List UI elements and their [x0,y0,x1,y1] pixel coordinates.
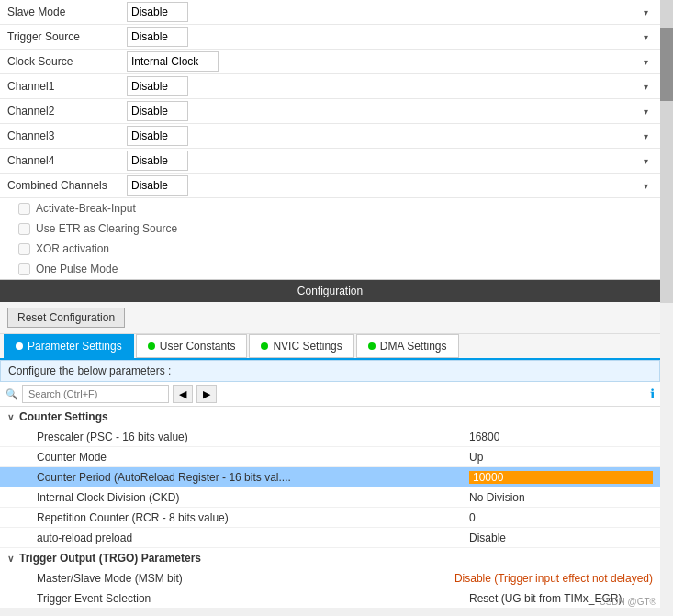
xor-row: XOR activation [0,239,660,259]
channel1-select[interactable]: Disable [127,76,188,96]
counter-settings-label: Counter Settings [19,410,108,423]
reset-configuration-button[interactable]: Reset Configuration [7,308,125,328]
slave-mode-select[interactable]: Disable [127,2,188,22]
tab-dot-user [148,342,155,350]
prescaler-value: 16800 [469,431,653,443]
counter-mode-row: Counter Mode Up [0,447,660,467]
activate-break-label: Activate-Break-Input [36,202,136,215]
scrollbar-handle[interactable] [660,28,673,101]
clock-division-value: No Division [469,491,653,504]
counter-period-name: Counter Period (AutoReload Register - 16… [37,471,469,484]
trigger-source-select[interactable]: Disable [127,27,188,47]
slave-mode-select-wrapper[interactable]: Disable [127,2,653,22]
prev-nav-button[interactable]: ◀ [173,385,193,403]
tab-dma-settings[interactable]: DMA Settings [356,334,459,358]
autoreload-name: auto-reload preload [37,532,469,544]
prescaler-row: Prescaler (PSC - 16 bits value) 16800 [0,427,660,447]
repetition-counter-value: 0 [469,511,653,524]
search-input[interactable] [22,385,169,403]
content-area: Slave Mode Disable Trigger Source Disabl… [0,0,660,609]
prescaler-name: Prescaler (PSC - 16 bits value) [37,431,469,443]
reset-btn-row: Reset Configuration [0,302,660,334]
channel3-select-wrapper[interactable]: Disable [127,126,653,146]
clock-source-select[interactable]: Internal Clock [127,51,219,72]
counter-period-row[interactable]: Counter Period (AutoReload Register - 16… [0,467,660,487]
repetition-counter-name: Repetition Counter (RCR - 8 bits value) [37,511,469,524]
master-slave-value: Disable (Trigger input effect not delaye… [454,572,653,585]
trigger-event-name: Trigger Event Selection [37,592,469,605]
info-icon[interactable]: ℹ [650,386,655,401]
tab-user-constants[interactable]: User Constants [136,334,248,358]
trigger-event-row: Trigger Event Selection Reset (UG bit fr… [0,588,660,609]
tab-nvic-settings[interactable]: NVIC Settings [249,334,353,358]
channel1-label: Channel1 [7,80,127,93]
scrollbar[interactable] [660,0,673,303]
use-etr-checkbox[interactable] [18,223,30,235]
master-slave-name: Master/Slave Mode (MSM bit) [37,572,454,585]
channel2-label: Channel2 [7,105,127,118]
tab-parameter-label: Parameter Settings [28,340,122,353]
channel3-row: Channel3 Disable [0,124,660,149]
clock-source-row: Clock Source Internal Clock [0,50,660,74]
tab-dot-dma [368,342,376,350]
tab-user-label: User Constants [160,340,236,353]
repetition-counter-row: Repetition Counter (RCR - 8 bits value) … [0,508,660,528]
channel2-row: Channel2 Disable [0,99,660,124]
clock-source-label: Clock Source [7,55,127,68]
slave-mode-row: Slave Mode Disable [0,0,660,25]
search-row: 🔍 ◀ ▶ ℹ [0,382,660,407]
top-panel: Slave Mode Disable Trigger Source Disabl… [0,0,660,280]
counter-settings-toggle[interactable]: ∨ [7,412,14,422]
trigger-source-row: Trigger Source Disable [0,25,660,50]
channel1-row: Channel1 Disable [0,74,660,99]
one-pulse-row: One Pulse Mode [0,259,660,279]
activate-break-checkbox[interactable] [18,203,30,215]
use-etr-row: Use ETR as Clearing Source [0,218,660,239]
xor-checkbox[interactable] [18,243,30,255]
activate-break-row: Activate-Break-Input [0,198,660,218]
next-nav-button[interactable]: ▶ [196,385,217,403]
tab-parameter-settings[interactable]: Parameter Settings [4,334,134,358]
trigger-output-section: ∨ Trigger Output (TRGO) Parameters [0,548,660,568]
autoreload-value: Disable [469,532,653,544]
channel3-select[interactable]: Disable [127,126,188,146]
combined-channels-label: Combined Channels [7,179,127,192]
combined-channels-row: Combined Channels Disable [0,174,660,198]
tab-dma-label: DMA Settings [380,340,447,353]
tab-dot-parameter [16,342,23,350]
use-etr-label: Use ETR as Clearing Source [36,222,177,235]
master-slave-row: Master/Slave Mode (MSM bit) Disable (Tri… [0,568,660,588]
channel3-label: Channel3 [7,129,127,142]
trigger-source-select-wrapper[interactable]: Disable [127,27,653,47]
counter-settings-section: ∨ Counter Settings [0,407,660,427]
counter-period-value: 10000 [469,471,653,484]
watermark: CSDN @GT® [599,597,656,607]
counter-mode-value: Up [469,451,653,464]
channel4-select-wrapper[interactable]: Disable [127,151,653,171]
tabs-row: Parameter Settings User Constants NVIC S… [0,334,660,360]
counter-mode-name: Counter Mode [37,451,469,464]
channel2-select[interactable]: Disable [127,101,188,121]
trigger-output-toggle[interactable]: ∨ [7,554,14,564]
channel2-select-wrapper[interactable]: Disable [127,101,653,121]
clock-division-name: Internal Clock Division (CKD) [37,491,469,504]
one-pulse-checkbox[interactable] [18,263,30,275]
config-header: Configuration [0,280,660,302]
slave-mode-label: Slave Mode [7,6,127,18]
trigger-source-label: Trigger Source [7,30,127,43]
clock-source-select-wrapper[interactable]: Internal Clock [127,51,653,72]
channel4-row: Channel4 Disable [0,149,660,174]
combined-channels-select[interactable]: Disable [127,175,188,196]
combined-channels-select-wrapper[interactable]: Disable [127,175,653,196]
channel4-select[interactable]: Disable [127,151,188,171]
xor-label: XOR activation [36,242,109,255]
main-container: Slave Mode Disable Trigger Source Disabl… [0,0,673,609]
config-note: Configure the below parameters : [0,360,660,382]
autoreload-row: auto-reload preload Disable [0,528,660,548]
tab-dot-nvic [261,342,268,350]
params-area: ∨ Counter Settings Prescaler (PSC - 16 b… [0,407,660,609]
search-icon: 🔍 [6,388,18,400]
channel1-select-wrapper[interactable]: Disable [127,76,653,96]
tab-nvic-label: NVIC Settings [273,340,342,353]
one-pulse-label: One Pulse Mode [36,263,118,275]
